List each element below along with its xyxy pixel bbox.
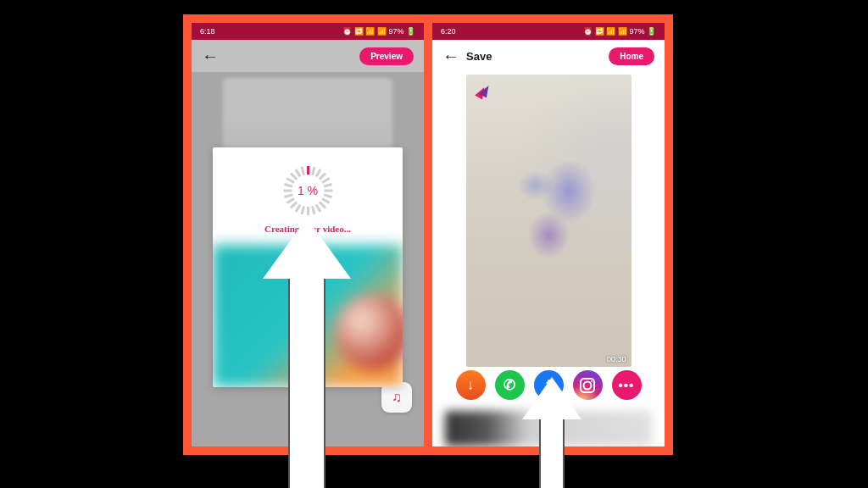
facebook-button[interactable]: f xyxy=(534,370,564,400)
app-bar: ← Save Home xyxy=(432,40,665,72)
back-icon[interactable]: ← xyxy=(442,47,459,66)
status-icons: ⏰ 🔁 📶 📶 97% 🔋 xyxy=(583,27,656,36)
more-button[interactable]: ••• xyxy=(612,370,642,400)
whatsapp-button[interactable]: ✆ xyxy=(495,370,525,400)
progress-percent: 1 % xyxy=(283,166,332,215)
page-title: Save xyxy=(466,50,492,63)
app-logo-icon xyxy=(475,83,493,102)
footer-ad xyxy=(445,411,652,446)
phone-screen-save: 6:20 ⏰ 🔁 📶 📶 97% 🔋 ← Save Home 00:30 ↓ ✆… xyxy=(432,23,665,446)
status-time: 6:18 xyxy=(200,27,215,36)
preview-button[interactable]: Preview xyxy=(359,47,414,65)
video-preview[interactable]: 00:30 xyxy=(466,75,632,367)
download-button[interactable]: ↓ xyxy=(456,370,486,400)
progress-modal: 1 % Creating your video... xyxy=(213,147,403,387)
ad-area xyxy=(213,245,403,387)
back-icon[interactable]: ← xyxy=(202,47,219,66)
phone-screen-creating: 6:18 ⏰ 🔁 📶 📶 97% 🔋 ← Preview ♫ xyxy=(192,23,424,446)
instagram-button[interactable] xyxy=(573,370,603,400)
progress-spinner: 1 % xyxy=(283,166,332,215)
status-bar: 6:18 ⏰ 🔁 📶 📶 97% 🔋 xyxy=(192,23,424,40)
share-row: ↓ ✆ f ••• xyxy=(432,370,665,400)
instagram-icon xyxy=(580,378,595,393)
video-duration: 00:30 xyxy=(607,355,626,363)
status-bar: 6:20 ⏰ 🔁 📶 📶 97% 🔋 xyxy=(432,23,665,40)
home-button[interactable]: Home xyxy=(609,47,654,65)
status-icons: ⏰ 🔁 📶 📶 97% 🔋 xyxy=(342,27,415,36)
app-bar: ← Preview xyxy=(192,40,424,72)
creating-label: Creating your video... xyxy=(264,224,351,234)
status-time: 6:20 xyxy=(441,27,456,36)
tutorial-frame: 6:18 ⏰ 🔁 📶 📶 97% 🔋 ← Preview ♫ xyxy=(183,14,673,455)
